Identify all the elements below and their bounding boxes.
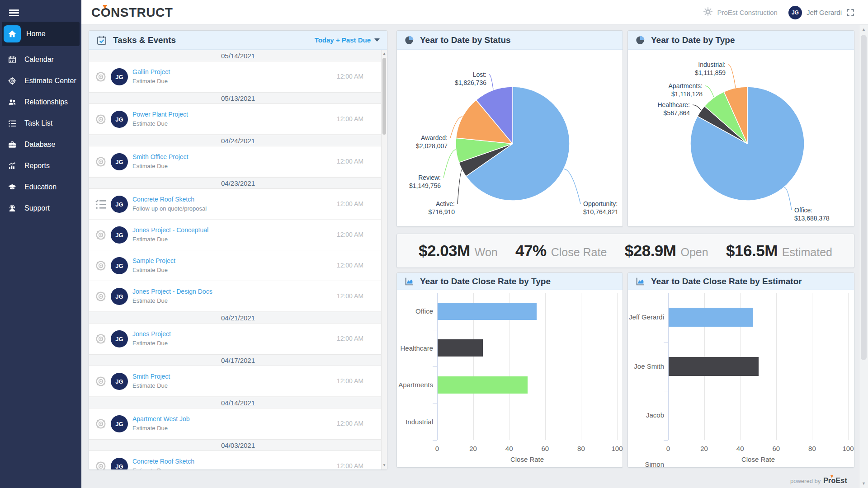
x-tick-label: 20 (469, 445, 477, 452)
task-title-link[interactable]: Gallin Project (132, 68, 170, 75)
page-scrollbar[interactable]: ▲ ▼ (859, 25, 868, 488)
task-subtitle: Estimate Due (132, 382, 168, 389)
task-row[interactable]: JGConcrete Roof SketchEstimate Due12:00 … (89, 451, 387, 469)
home-icon (4, 25, 21, 42)
task-row[interactable]: JGJones Project - Design DocsEstimate Du… (89, 281, 387, 312)
x-tick-label: 80 (808, 445, 816, 452)
sidebar-item-label: Support (24, 204, 50, 212)
task-time: 12:00 AM (337, 377, 363, 385)
ytd-by-type-panel: Year to Date by Type Office:$13,688,378H… (627, 30, 854, 227)
area-chart-icon (635, 277, 645, 286)
task-title-link[interactable]: Smith Project (132, 373, 170, 380)
pie1-chart: Opportunity:$10,764,821Active:$716,910Re… (397, 50, 623, 226)
scrollbar-up-icon[interactable]: ▲ (859, 25, 868, 33)
company-name[interactable]: ProEst Construction (717, 9, 778, 16)
sidebar-item-database[interactable]: Database (0, 134, 81, 155)
bar-joe-smith[interactable] (669, 357, 759, 376)
task-time: 12:00 AM (337, 462, 363, 469)
x-axis-title: Close Rate (437, 455, 617, 463)
bar-jeff-gerardi[interactable] (669, 308, 753, 327)
people-icon (7, 97, 17, 107)
assignee-avatar: JG (111, 330, 128, 347)
task-title-link[interactable]: Sample Project (132, 257, 175, 264)
bar-healthcare[interactable] (438, 339, 483, 357)
x-tick-label: 0 (666, 445, 670, 452)
x-tick-label: 40 (736, 445, 744, 452)
scrollbar-down-icon[interactable]: ▼ (382, 462, 387, 469)
assignee-avatar: JG (111, 68, 128, 85)
category-tick (664, 342, 668, 343)
task-row[interactable]: JGPower Plant ProjectEstimate Due12:00 A… (89, 104, 387, 135)
sidebar-item-education[interactable]: Education (0, 176, 81, 197)
task-row[interactable]: JGConcrete Roof SketchFollow-up on quote… (89, 189, 387, 220)
task-subtitle: Estimate Due (132, 425, 168, 432)
sidebar-item-label: Estimate Center (24, 77, 76, 85)
assignee-avatar: JG (111, 458, 128, 469)
task-row[interactable]: JGGallin ProjectEstimate Due12:00 AM (89, 61, 387, 92)
task-time: 12:00 AM (337, 335, 363, 342)
kpi-estimated: $16.5MEstimated (726, 242, 832, 260)
scrollbar-down-icon[interactable]: ▼ (859, 479, 868, 488)
task-list-scrollbar[interactable]: ▲ ▼ (381, 50, 387, 469)
kpi-value: $2.03M (419, 242, 470, 260)
sidebar-item-label: Home (26, 30, 46, 38)
user-name[interactable]: Jeff Gerardi (807, 9, 842, 16)
scrollbar-up-icon[interactable]: ▲ (382, 51, 387, 57)
task-title-link[interactable]: Jones Project (132, 330, 171, 338)
bar2-chart: Jeff GerardiJoe SmithJacob Simon02040608… (628, 290, 854, 467)
pie-label-industrial: Industrial:$1,111,859 (695, 61, 726, 77)
pie-label-review: Review:$1,149,756 (409, 174, 441, 190)
task-row[interactable]: JGSmith ProjectEstimate Due12:00 AM (89, 366, 387, 397)
task-row[interactable]: JGJones Project - ConceptualEstimate Due… (89, 220, 387, 250)
sidebar-item-home[interactable]: Home (2, 22, 80, 46)
task-row[interactable]: JGSample ProjectEstimate Due12:00 AM (89, 250, 387, 281)
date-separator: 04/21/2021 (89, 312, 387, 324)
gridline (617, 293, 618, 440)
assignee-avatar: JG (111, 111, 128, 128)
top-header: CONSTRUCT ProEst Construction JG Jeff Ge… (81, 0, 868, 25)
category-tick (433, 330, 437, 330)
task-title-link[interactable]: Concrete Roof Sketch (132, 458, 194, 465)
bar1-chart: OfficeHealthcareApartmentsIndustrial0204… (397, 290, 623, 467)
task-time: 12:00 AM (337, 73, 363, 80)
sidebar-item-support[interactable]: Support (0, 197, 81, 219)
category-label: Office (397, 293, 433, 330)
task-title-link[interactable]: Smith Office Project (132, 153, 188, 160)
task-subtitle: Estimate Due (132, 467, 168, 469)
tasks-filter-dropdown[interactable]: Today + Past Due (315, 36, 380, 44)
ytd-by-status-panel: Year to Date by Status Opportunity:$10,7… (396, 30, 623, 227)
kpi-open: $28.9MOpen (625, 242, 708, 260)
sidebar-item-estimate-center[interactable]: Estimate Center (0, 70, 81, 91)
page-scrollbar-thumb[interactable] (861, 35, 867, 360)
task-row[interactable]: JGApartment West JobEstimate Due12:00 AM (89, 408, 387, 439)
gridline (545, 293, 546, 440)
user-avatar[interactable]: JG (788, 6, 802, 19)
task-subtitle: Estimate Due (132, 267, 168, 273)
pie-label-office: Office:$13,688,378 (794, 206, 830, 223)
task-target-icon (94, 229, 107, 241)
sidebar-item-calendar[interactable]: Calendar (0, 49, 81, 70)
hamburger-menu-icon[interactable] (6, 5, 22, 19)
pie-label-healthcare: Healthcare:$567,864 (657, 101, 690, 117)
bar-apartments[interactable] (438, 376, 528, 394)
gridline (848, 293, 849, 440)
logo-accent-icon (103, 5, 107, 9)
task-subtitle: Follow-up on quote/proposal (132, 205, 207, 212)
task-title-link[interactable]: Power Plant Project (132, 111, 188, 118)
bar-office[interactable] (438, 303, 537, 320)
scrollbar-thumb[interactable] (382, 58, 386, 135)
sidebar-item-task-list[interactable]: Task List (0, 113, 81, 134)
task-title-link[interactable]: Apartment West Job (132, 415, 190, 422)
sidebar-item-reports[interactable]: Reports (0, 155, 81, 176)
kpi-label: Close Rate (551, 246, 607, 259)
task-title-link[interactable]: Concrete Roof Sketch (132, 196, 194, 203)
gear-icon[interactable] (703, 7, 713, 19)
task-row[interactable]: JGJones ProjectEstimate Due12:00 AM (89, 324, 387, 354)
assignee-avatar: JG (111, 288, 128, 305)
task-title-link[interactable]: Jones Project - Conceptual (132, 226, 208, 234)
sidebar-item-relationships[interactable]: Relationships (0, 91, 81, 113)
fullscreen-icon[interactable] (846, 9, 854, 17)
task-row[interactable]: JGSmith Office ProjectEstimate Due12:00 … (89, 146, 387, 177)
task-title-link[interactable]: Jones Project - Design Docs (132, 288, 212, 295)
assignee-avatar: JG (111, 373, 128, 390)
